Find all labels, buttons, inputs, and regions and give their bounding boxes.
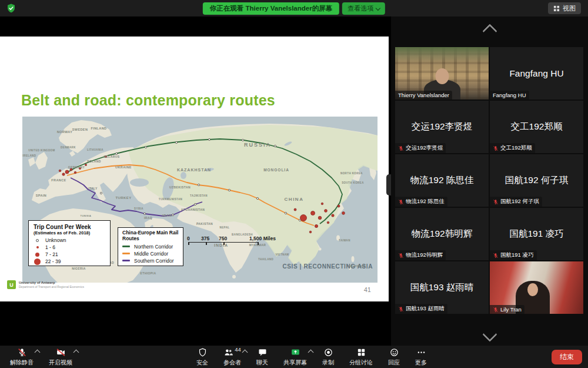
reactions-label: 回应 <box>388 359 400 367</box>
land-taiwan <box>336 236 340 241</box>
trip-count-dot <box>311 211 315 216</box>
trip-count-dot <box>338 205 340 207</box>
trip-count-dot <box>62 173 65 175</box>
unknown-trip-dot <box>172 214 173 216</box>
gallery-scroll-down[interactable] <box>391 329 588 340</box>
unknown-trip-dot <box>256 197 258 199</box>
breakout-rooms-button[interactable]: 分组讨论 <box>342 346 380 368</box>
unknown-trip-dot <box>143 213 145 214</box>
chevron-up-icon <box>482 24 497 38</box>
participant-tile-3[interactable]: 交运192李贤煜交运192李贤煜 <box>395 101 489 153</box>
muted-mic-icon <box>493 253 499 258</box>
university-logo: U University of Antwerp Department of Tr… <box>7 280 84 289</box>
csis-watermark: CSIS | RECONNECTING ASIA <box>282 263 373 270</box>
muted-mic-icon <box>398 145 404 151</box>
video-options-caret[interactable] <box>74 350 79 356</box>
muted-mic-icon <box>493 307 499 313</box>
participants-label: 参会者 <box>223 359 241 367</box>
unknown-trip-dot <box>208 138 210 140</box>
trip-legend-item: 7 - 21 <box>45 251 58 257</box>
routes-legend-item: Southern Corridor <box>134 258 174 264</box>
view-button-label: 视图 <box>563 4 576 13</box>
participant-label-text: 国航192 何子琪 <box>500 198 539 205</box>
view-options-label: 查看选项 <box>348 4 373 13</box>
start-video-button[interactable]: 开启视频 <box>41 346 80 368</box>
unknown-trip-dot <box>175 141 177 143</box>
sidebar-resize-handle[interactable] <box>386 174 391 195</box>
top-bar: 你正在观看 Thierry Vanelslander的屏幕 查看选项 视图 <box>0 0 588 16</box>
breakout-rooms-icon <box>356 347 366 357</box>
participant-label: 国航191 凌巧 <box>490 250 537 260</box>
chevron-down-icon <box>376 5 380 10</box>
participant-label-text: Thierry Vanelslander <box>398 92 449 98</box>
zoom-meeting-window: 你正在观看 Thierry Vanelslander的屏幕 查看选项 视图 Be… <box>0 0 588 368</box>
grid-icon <box>553 5 560 12</box>
dot-small-symbol <box>36 246 39 248</box>
trip-count-legend: Trip Count Per Week (Estimates as of Feb… <box>28 220 111 266</box>
participant-tile-10[interactable]: Lily Tran <box>490 261 583 314</box>
start-video-label: 开启视频 <box>49 359 72 367</box>
participant-tile-5[interactable]: 物流192 陈思佳物流192 陈思佳 <box>395 154 489 207</box>
scale-line <box>188 242 259 246</box>
unknown-trip-dot <box>228 189 230 191</box>
rail-routes-legend: China-Europe Main Rail Routes Northern C… <box>118 227 183 266</box>
participant-tile-9[interactable]: 国航193 赵雨晴国航193 赵雨晴 <box>395 261 489 314</box>
participant-label-text: Lily Tran <box>500 306 522 313</box>
participant-label: 物流192 陈思佳 <box>395 197 447 207</box>
gallery-scroll-up[interactable] <box>391 26 588 37</box>
slide-page-number: 41 <box>364 286 371 293</box>
trip-count-dot <box>59 170 61 172</box>
participant-label-text: 物流192 陈思佳 <box>406 198 445 205</box>
share-screen-button[interactable]: 共享屏幕 <box>276 346 315 368</box>
dot-large-symbol <box>34 258 41 265</box>
participant-label: 国航193 赵雨晴 <box>395 304 447 314</box>
participant-tile-8[interactable]: 国航191 凌巧国航191 凌巧 <box>490 208 583 260</box>
trip-count-dot <box>105 156 107 158</box>
participant-tile-4[interactable]: 交工192郑顺交工192郑顺 <box>490 101 583 153</box>
muted-mic-icon <box>493 145 499 151</box>
trip-count-dot <box>79 167 81 169</box>
participant-label: Lily Tran <box>490 305 524 314</box>
participant-tile-2[interactable]: Fangfang HUFangfang HU <box>490 47 583 100</box>
participants-button[interactable]: 44 参会者 <box>216 346 249 368</box>
unknown-trip-dot <box>145 146 146 148</box>
participants-caret[interactable] <box>242 350 248 356</box>
participant-label-text: 国航191 凌巧 <box>500 251 534 259</box>
participant-label-text: 物流192韩明辉 <box>406 251 443 259</box>
view-options-button[interactable]: 查看选项 <box>342 2 385 15</box>
reactions-button[interactable]: 回应 <box>380 346 407 368</box>
university-logo-mark: U <box>7 280 16 289</box>
view-button[interactable]: 视图 <box>548 2 581 14</box>
belt-road-map: NORWAYSWEDENFINLANDRUSSIADENMARKLITHUANI… <box>22 117 377 283</box>
trip-legend-item: 1 - 6 <box>45 244 55 250</box>
slide-title: Belt and road: contemporary routes <box>21 92 275 109</box>
trip-count-dot <box>85 164 87 166</box>
chat-button[interactable]: 聊天 <box>249 346 276 368</box>
end-meeting-button[interactable]: 结束 <box>552 350 582 364</box>
northern-corridor-swatch <box>122 246 130 247</box>
trip-count-dot <box>342 212 345 215</box>
muted-mic-icon <box>493 199 499 205</box>
record-icon <box>323 347 333 357</box>
trip-count-dot <box>332 214 334 217</box>
participant-tile-7[interactable]: 物流192韩明辉物流192韩明辉 <box>395 208 489 260</box>
more-button[interactable]: 更多 <box>407 346 435 368</box>
scale-label: 750 <box>219 236 227 241</box>
share-options-caret[interactable] <box>308 350 314 356</box>
encryption-shield-icon[interactable] <box>6 3 16 14</box>
unmute-button[interactable]: 解除静音 <box>2 346 41 368</box>
participant-tile-1[interactable]: Thierry Vanelslander <box>395 47 489 100</box>
participant-tile-6[interactable]: 国航192 何子琪国航192 何子琪 <box>490 154 583 207</box>
southern-corridor-swatch <box>122 260 130 261</box>
participant-label: 国航192 何子琪 <box>490 197 542 207</box>
dot-medium-symbol <box>35 253 39 257</box>
record-button[interactable]: 录制 <box>315 346 342 368</box>
mic-options-caret[interactable] <box>35 350 41 356</box>
participants-count: 44 <box>235 346 241 353</box>
participant-label-text: 交运192李贤煜 <box>406 144 443 152</box>
participant-label: Fangfang HU <box>490 91 529 100</box>
participant-label: 交运192李贤煜 <box>395 143 446 153</box>
security-button[interactable]: 安全 <box>189 346 216 368</box>
trip-count-dot <box>65 170 69 174</box>
presentation-slide: Belt and road: contemporary routes <box>0 37 389 301</box>
